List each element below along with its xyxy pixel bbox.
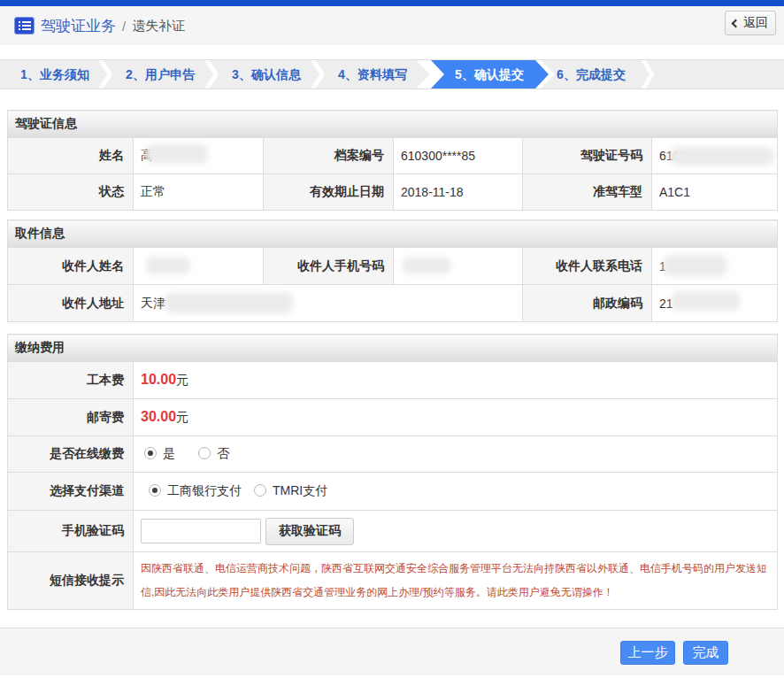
- recipient-label: 收件人姓名: [8, 248, 134, 285]
- get-captcha-button[interactable]: 获取验证码: [265, 518, 354, 545]
- zip-label: 邮政编码: [523, 285, 652, 322]
- step-1: 1、业务须知: [20, 60, 89, 89]
- channel-label: 选择支付渠道: [8, 473, 134, 511]
- sms-hint-cell: 因陕西省联通、电信运营商技术问题，陕西省互联网交通安全综合服务管理平台无法向持陕…: [134, 552, 778, 610]
- step-6: 6、完成提交: [557, 60, 626, 89]
- redaction-blur: [146, 257, 190, 274]
- redaction-blur: [664, 255, 727, 276]
- page-subtitle: 遗失补证: [132, 18, 185, 35]
- redaction-blur: [403, 257, 451, 274]
- prev-step-button[interactable]: 上一步: [620, 641, 675, 665]
- license-info-table: 驾驶证信息 姓名 高 档案编号 610300****85 驾驶证号码 6103 …: [7, 110, 778, 211]
- step-2: 2、用户申告: [126, 60, 195, 89]
- redaction-blur: [672, 291, 741, 311]
- class-value: A1C1: [652, 174, 778, 211]
- step-3: 3、确认信息: [232, 60, 301, 89]
- expiry-value: 2018-11-18: [394, 174, 523, 211]
- breadcrumb-separator: /: [122, 19, 126, 34]
- name-label: 姓名: [8, 138, 134, 174]
- step-nav: 1、业务须知 2、用户申告 3、确认信息 4、资料填写 5、确认提交 6、完成提…: [0, 59, 784, 89]
- mobile-label: 收件人手机号码: [264, 248, 394, 285]
- redaction-blur: [165, 292, 293, 313]
- online-pay-options: 是否: [134, 436, 778, 473]
- channel-tmri-radio[interactable]: [254, 484, 266, 497]
- page-header: 驾驶证业务 / 遗失补证 返回: [0, 6, 784, 45]
- license-no-label: 驾驶证号码: [523, 138, 652, 174]
- online-pay-label: 是否在线缴费: [8, 436, 134, 473]
- delivery-info-table: 取件信息 收件人姓名 收件人手机号码 收件人联系电话 1 收件人地址 天津 邮政…: [7, 220, 778, 322]
- payment-table: 缴纳费用 工本费 10.00元 邮寄费 30.00元 是否在线缴费 是否 选择支…: [7, 334, 778, 610]
- sms-hint-text: 因陕西省联通、电信运营商技术问题，陕西省互联网交通安全综合服务管理平台无法向持陕…: [141, 552, 777, 609]
- address-value: 天津: [134, 285, 523, 322]
- mobile-value: [394, 248, 523, 285]
- license-list-icon: [14, 17, 35, 35]
- tel-value: 1: [652, 248, 778, 285]
- file-no-value: 610300****85: [394, 138, 523, 174]
- page-title: 驾驶证业务: [41, 16, 116, 36]
- postage-amount: 30.00: [141, 409, 176, 424]
- license-section-title: 驾驶证信息: [8, 111, 778, 138]
- status-value: 正常: [134, 174, 264, 211]
- zip-value: 21: [652, 285, 778, 322]
- payment-section-title: 缴纳费用: [8, 335, 778, 362]
- step-4: 4、资料填写: [338, 60, 407, 89]
- channel-icbc-radio[interactable]: [149, 484, 161, 497]
- status-label: 状态: [8, 174, 134, 211]
- online-no-radio[interactable]: [198, 447, 211, 459]
- name-value: 高: [134, 138, 264, 174]
- class-label: 准驾车型: [523, 174, 652, 211]
- captcha-cell: 获取验证码: [134, 511, 778, 552]
- postage-value: 30.00元: [134, 399, 778, 436]
- back-button[interactable]: 返回: [725, 11, 776, 35]
- postage-label: 邮寄费: [8, 399, 134, 436]
- captcha-label: 手机验证码: [8, 511, 134, 552]
- finish-button[interactable]: 完成: [683, 641, 728, 665]
- redaction-blur: [146, 144, 208, 164]
- sms-hint-label: 短信接收提示: [8, 552, 134, 610]
- online-yes-radio[interactable]: [144, 447, 157, 459]
- step-separator-icon: [641, 60, 655, 89]
- cost-amount: 10.00: [141, 372, 176, 387]
- step-separator-icon: [311, 60, 325, 89]
- cost-label: 工本费: [8, 362, 134, 399]
- file-no-label: 档案编号: [264, 138, 394, 174]
- step-5-active: 5、确认提交: [455, 60, 524, 89]
- footer-bar: 上一步 完成: [0, 628, 784, 675]
- address-label: 收件人地址: [8, 285, 134, 322]
- step-separator-icon: [204, 60, 219, 89]
- cost-value: 10.00元: [134, 362, 778, 399]
- channel-options: 工商银行支付TMRI支付: [134, 473, 778, 511]
- tel-label: 收件人联系电话: [523, 248, 652, 285]
- redaction-blur: [670, 147, 774, 166]
- step-separator-icon: [98, 60, 112, 89]
- expiry-label: 有效期止日期: [264, 174, 394, 211]
- license-no-value: 6103: [652, 138, 778, 174]
- delivery-section-title: 取件信息: [8, 220, 778, 248]
- back-chevron-icon: [732, 19, 741, 28]
- top-accent-bar: [0, 0, 784, 6]
- captcha-input[interactable]: [141, 519, 261, 543]
- recipient-value: [134, 248, 264, 285]
